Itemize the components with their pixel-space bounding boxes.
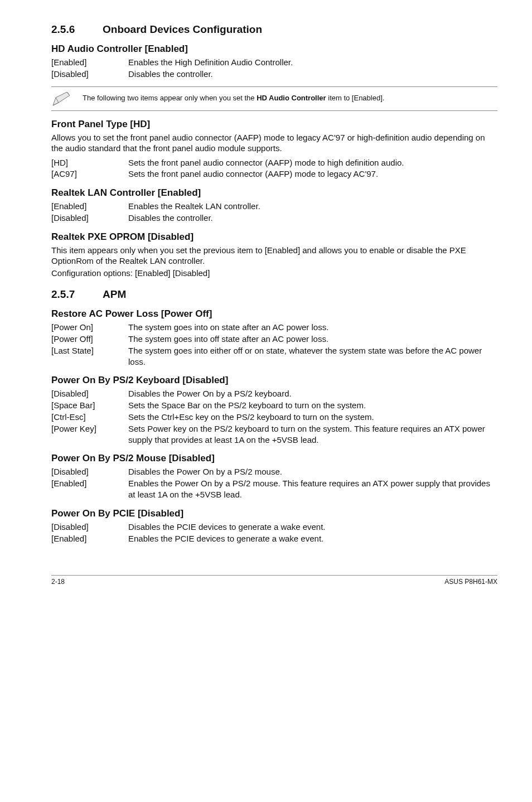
option-key: [Power Key]	[51, 423, 128, 446]
option-key: [Enabled]	[51, 57, 128, 68]
footer-page-number: 2-18	[51, 578, 65, 586]
option-val: Disables the Power On by a PS/2 keyboard…	[128, 388, 497, 399]
note-text: The following two items appear only when…	[83, 94, 497, 103]
note-text-post: item to [Enabled].	[326, 94, 385, 102]
option-val: Enables the Realtek LAN controller.	[128, 201, 497, 212]
option-key: [Disabled]	[51, 388, 128, 399]
ps2-mouse-heading: Power On By PS/2 Mouse [Disabled]	[51, 453, 497, 464]
option-val: The system goes into on state after an A…	[128, 322, 497, 333]
restore-heading: Restore AC Power Loss [Power Off]	[51, 308, 497, 320]
realtek-lan-heading: Realtek LAN Controller [Enabled]	[51, 187, 497, 199]
front-panel-heading: Front Panel Type [HD]	[51, 119, 497, 130]
option-key: [Enabled]	[51, 533, 128, 544]
option-val: Disables the Power On by a PS/2 mouse.	[128, 466, 497, 477]
footer-product-name: ASUS P8H61-MX	[444, 578, 497, 586]
page-footer: 2-18 ASUS P8H61-MX	[51, 575, 497, 586]
kv-row: [Ctrl-Esc] Sets the Ctrl+Esc key on the …	[51, 412, 497, 423]
option-key: [Disabled]	[51, 466, 128, 477]
realtek-pxe-para2: Configuration options: [Enabled] [Disabl…	[51, 268, 497, 279]
option-val: Disables the controller.	[128, 212, 497, 224]
note-text-pre: The following two items appear only when…	[83, 94, 257, 102]
option-key: [Space Bar]	[51, 400, 128, 411]
section-257-heading: APM	[103, 288, 126, 300]
kv-row: [Power On] The system goes into on state…	[51, 322, 497, 333]
svg-marker-0	[53, 92, 70, 105]
option-key: [Disabled]	[51, 69, 128, 80]
kv-row: [Disabled] Disables the Power On by a PS…	[51, 388, 497, 399]
section-256-title: 2.5.6Onboard Devices Configuration	[51, 23, 497, 36]
option-key: [AC97]	[51, 168, 128, 180]
option-key: [Power Off]	[51, 334, 128, 345]
option-val: Enables the Power On by a PS/2 mouse. Th…	[128, 478, 497, 500]
kv-row: [HD] Sets the front panel audio connecto…	[51, 157, 497, 168]
kv-row: [Disabled] Disables the controller.	[51, 212, 497, 224]
note-box: The following two items appear only when…	[51, 86, 497, 111]
kv-row: [Space Bar] Sets the Space Bar on the PS…	[51, 400, 497, 411]
option-val: Sets the front panel audio connector (AA…	[128, 157, 497, 168]
realtek-pxe-para1: This item appears only when you set the …	[51, 245, 497, 267]
option-val: The system goes into either off or on st…	[128, 345, 497, 368]
option-key: [Ctrl-Esc]	[51, 412, 128, 423]
kv-row: [Enabled] Enables the Realtek LAN contro…	[51, 201, 497, 212]
option-val: Disables the PCIE devices to generate a …	[128, 521, 497, 533]
kv-row: [Disabled] Disables the Power On by a PS…	[51, 466, 497, 477]
pcie-heading: Power On By PCIE [Disabled]	[51, 508, 497, 519]
kv-row: [Enabled] Enables the PCIE devices to ge…	[51, 533, 497, 544]
option-val: Sets the Space Bar on the PS/2 keyboard …	[128, 400, 497, 411]
pencil-icon	[51, 90, 83, 107]
option-val: Sets the Ctrl+Esc key on the PS/2 keyboa…	[128, 412, 497, 423]
option-key: [Last State]	[51, 345, 128, 368]
kv-row: [Disabled] Disables the PCIE devices to …	[51, 521, 497, 533]
option-val: Disables the controller.	[128, 69, 497, 80]
kv-row: [AC97] Sets the front panel audio connec…	[51, 168, 497, 180]
section-256-heading: Onboard Devices Configuration	[103, 23, 262, 35]
option-val: Sets Power key on the PS/2 keyboard to t…	[128, 423, 497, 446]
option-val: The system goes into off state after an …	[128, 334, 497, 345]
option-key: [HD]	[51, 157, 128, 168]
note-text-bold: HD Audio Controller	[257, 94, 326, 102]
kv-row: [Power Key] Sets Power key on the PS/2 k…	[51, 423, 497, 446]
option-key: [Disabled]	[51, 212, 128, 224]
kv-row: [Power Off] The system goes into off sta…	[51, 334, 497, 345]
realtek-pxe-heading: Realtek PXE OPROM [Disabled]	[51, 231, 497, 243]
hd-audio-heading: HD Audio Controller [Enabled]	[51, 44, 497, 55]
option-val: Sets the front panel audio connector (AA…	[128, 168, 497, 180]
option-val: Enables the PCIE devices to generate a w…	[128, 533, 497, 544]
front-panel-intro: Allows you to set the front panel audio …	[51, 132, 497, 154]
kv-row: [Enabled] Enables the Power On by a PS/2…	[51, 478, 497, 500]
option-key: [Disabled]	[51, 521, 128, 533]
kv-row: [Enabled] Enables the High Definition Au…	[51, 57, 497, 68]
option-key: [Enabled]	[51, 478, 128, 500]
section-256-number: 2.5.6	[51, 23, 103, 36]
option-key: [Enabled]	[51, 201, 128, 212]
option-key: [Power On]	[51, 322, 128, 333]
option-val: Enables the High Definition Audio Contro…	[128, 57, 497, 68]
ps2-keyboard-heading: Power On By PS/2 Keyboard [Disabled]	[51, 375, 497, 386]
section-257-number: 2.5.7	[51, 288, 103, 301]
kv-row: [Disabled] Disables the controller.	[51, 69, 497, 80]
kv-row: [Last State] The system goes into either…	[51, 345, 497, 368]
section-257-title: 2.5.7APM	[51, 288, 497, 301]
page-content: 2.5.6Onboard Devices Configuration HD Au…	[0, 0, 532, 606]
